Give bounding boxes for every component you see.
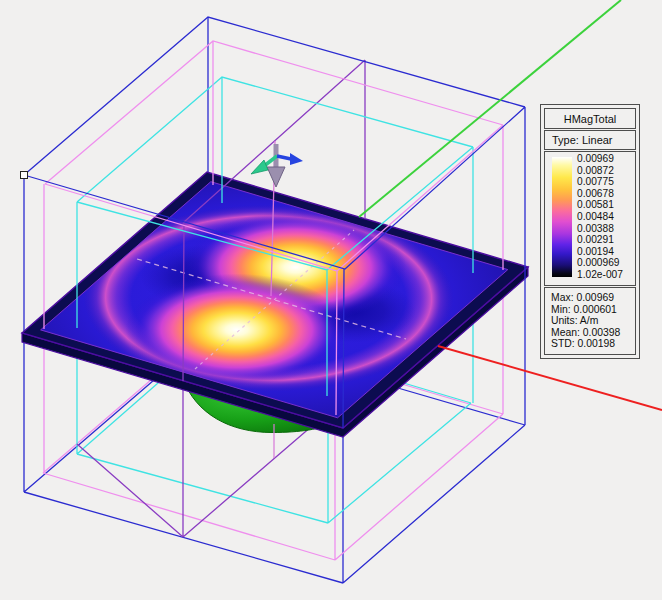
- scale-value: 0.00969: [577, 154, 623, 164]
- legend-panel[interactable]: HMagTotal Type: Linear 0.00969 0.00872 0…: [540, 104, 640, 359]
- field-plane-plot[interactable]: [0, 157, 558, 444]
- stat-min: Min: 0.000601: [551, 304, 631, 316]
- triad-normal-arrow-head: [267, 167, 285, 187]
- legend-colorbar: [552, 157, 572, 277]
- selection-handle[interactable]: [21, 172, 28, 179]
- scale-value: 0.00484: [577, 212, 623, 222]
- triad-u-arrow-shaft: [277, 156, 291, 159]
- scale-value: 0.00775: [577, 177, 623, 187]
- stat-units: Units: A/m: [551, 315, 631, 327]
- scale-value: 0.00388: [577, 224, 623, 234]
- legend-scale: 0.00969 0.00872 0.00775 0.00678 0.00581 …: [544, 151, 636, 286]
- stat-mean: Mean: 0.00398: [551, 327, 631, 339]
- scale-value: 0.00581: [577, 200, 623, 210]
- scale-value: 0.00872: [577, 166, 623, 176]
- legend-scale-type: Type: Linear: [544, 130, 636, 150]
- triad-v-arrow-head: [251, 160, 268, 174]
- legend-scale-values: 0.00969 0.00872 0.00775 0.00678 0.00581 …: [577, 154, 623, 280]
- orientation-triad: [251, 144, 303, 187]
- scale-value: 1.02e-007: [577, 270, 623, 280]
- scale-value: 0.00678: [577, 189, 623, 199]
- legend-title: HMagTotal: [544, 108, 636, 129]
- legend-statistics: Max: 0.00969 Min: 0.000601 Units: A/m Me…: [544, 287, 636, 355]
- scale-value: 0.00194: [577, 247, 623, 257]
- stat-max: Max: 0.00969: [551, 292, 631, 304]
- scale-value: 0.00291: [577, 235, 623, 245]
- scale-value: 0.000969: [577, 258, 623, 268]
- triad-u-arrow-head: [290, 153, 303, 165]
- stat-std: STD: 0.00198: [551, 338, 631, 350]
